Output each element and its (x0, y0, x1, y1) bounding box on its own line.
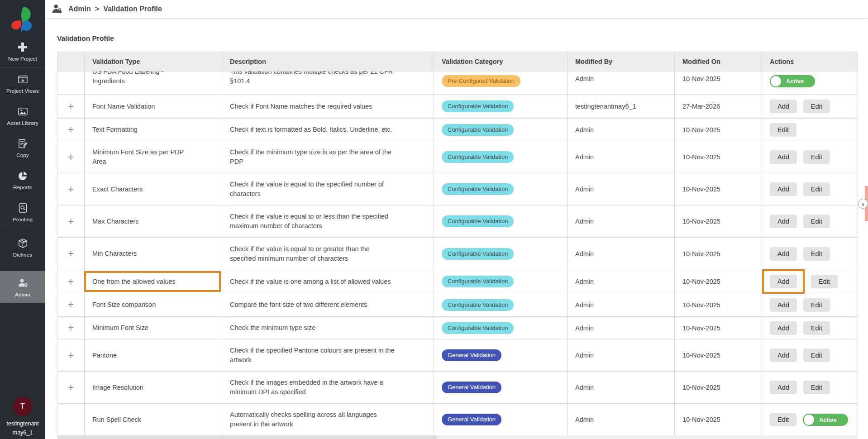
modified-by-cell: Admin (568, 119, 675, 141)
active-toggle[interactable]: Active (770, 75, 815, 87)
expand-plus-icon[interactable]: + (68, 183, 74, 195)
sidebar-item-asset-library[interactable]: Asset Library (0, 100, 45, 132)
description-cell: Check if the minimum type size is as per… (222, 141, 434, 173)
action-wrap: Add (770, 348, 797, 362)
action-wrap: Edit (803, 381, 830, 394)
row-expander-cell: + (57, 270, 85, 293)
expand-plus-icon[interactable]: + (68, 124, 74, 135)
action-wrap: Add (770, 321, 797, 335)
description-cell: Check if the specified Pantone colours a… (222, 339, 434, 372)
edit-button[interactable]: Edit (811, 275, 838, 288)
modified-by-cell: Admin (568, 238, 675, 270)
validation-category-cell: Configurable Validation (434, 173, 568, 205)
edit-button[interactable]: Edit (803, 215, 830, 228)
sidebar-item-admin[interactable]: Admin (0, 271, 45, 303)
horizontal-scrollbar-thumb[interactable] (57, 435, 437, 439)
active-toggle[interactable]: Active (803, 414, 848, 426)
sidebar-item-label: New Project (8, 56, 37, 62)
description-text: Check if the value is equal to the speci… (230, 180, 428, 199)
row-expander-cell: + (57, 205, 85, 238)
edit-button[interactable]: Edit (803, 182, 830, 196)
modified-on-cell: 10-Nov-2025 (675, 339, 762, 372)
row-expander-cell (57, 72, 85, 95)
sidebar-item-project-views[interactable]: Project Views (0, 67, 45, 100)
validation-type-text: Font Size comparison (92, 300, 216, 310)
sidebar-item-copy[interactable]: Copy (0, 132, 45, 164)
description-text: This validation combines multiple checks… (230, 72, 428, 86)
header-expander (57, 52, 85, 72)
description-cell: Check if Font Name matches the required … (222, 95, 434, 119)
actions-cell: AddEdit (762, 95, 858, 119)
modified-by-cell: Admin (568, 404, 675, 436)
add-button[interactable]: Add (770, 275, 797, 288)
add-button[interactable]: Add (770, 150, 797, 164)
add-button[interactable]: Add (770, 247, 797, 261)
validation-type-cell: Font Size comparison (85, 293, 222, 317)
validation-category-cell: Configurable Validation (434, 293, 568, 317)
edit-button[interactable]: Edit (803, 100, 830, 113)
expand-plus-icon[interactable]: + (68, 248, 74, 259)
modified-by-cell: Admin (568, 270, 675, 293)
add-button[interactable]: Add (770, 215, 797, 228)
add-button[interactable]: Add (770, 182, 797, 196)
user-avatar[interactable]: T (13, 397, 32, 416)
expand-plus-icon[interactable]: + (68, 382, 74, 393)
category-badge: Configurable Validation (442, 322, 514, 334)
expand-plus-icon[interactable]: + (68, 215, 74, 227)
validation-type-text: Image Resolution (92, 383, 216, 392)
category-badge: Configurable Validation (442, 183, 514, 195)
expand-plus-icon[interactable]: + (68, 276, 74, 287)
validation-type-cell: Minimum Font Size as per PDP Area (85, 141, 222, 173)
edit-button[interactable]: Edit (803, 298, 830, 312)
breadcrumb-section[interactable]: Admin (68, 5, 91, 13)
edit-button[interactable]: Edit (770, 123, 796, 137)
edit-button[interactable]: Edit (803, 150, 830, 164)
edit-button[interactable]: Edit (803, 321, 830, 335)
validation-category-cell: Configurable Validation (434, 205, 568, 238)
add-button[interactable]: Add (770, 321, 797, 335)
chevron-left-icon: ‹ (862, 200, 864, 208)
sidebar-item-proofing[interactable]: Proofing (0, 196, 45, 228)
category-badge: Configurable Validation (442, 276, 514, 287)
table-row: + Pantone Check if the specified Pantone… (57, 339, 858, 372)
add-button[interactable]: Add (770, 348, 797, 362)
category-badge: Configurable Validation (442, 124, 514, 136)
sidebar-item-dielines[interactable]: Dielines (0, 231, 45, 263)
validation-type-text: Pantone (92, 351, 216, 360)
description-text: Check if Font Name matches the required … (230, 102, 428, 111)
horizontal-scrollbar[interactable] (57, 435, 858, 439)
expand-plus-icon[interactable]: + (68, 322, 74, 334)
edit-button[interactable]: Edit (770, 413, 796, 426)
validation-category-cell: Configurable Validation (434, 270, 568, 293)
expand-plus-icon[interactable]: + (68, 299, 74, 310)
logo-red-petal (11, 20, 21, 29)
modified-by-cell: Admin (568, 372, 675, 404)
modified-on-cell: 10-Nov-2025 (675, 238, 762, 270)
sidebar-item-reports[interactable]: Reports (0, 164, 45, 196)
validation-category-cell: Pre-Configured Validation (434, 72, 568, 95)
app-logo[interactable] (0, 0, 45, 38)
edit-button[interactable]: Edit (803, 348, 830, 362)
validation-type-cell: Image Resolution (85, 372, 222, 404)
expand-plus-icon[interactable]: + (68, 151, 74, 163)
breadcrumb-page: Validation Profile (103, 5, 162, 13)
description-text: Check the minimum type size (230, 323, 428, 333)
add-button[interactable]: Add (770, 100, 797, 113)
add-button[interactable]: Add (770, 298, 797, 312)
expand-plus-icon[interactable]: + (68, 100, 74, 112)
modified-on-cell: 10-Nov-2025 (675, 404, 762, 436)
edit-button[interactable]: Edit (803, 247, 830, 261)
validation-type-text: Font Name Validation (92, 102, 216, 111)
validation-type-cell: Text Formatting (85, 119, 222, 141)
sidebar-item-new-project[interactable]: New Project (0, 38, 45, 64)
reports-icon (17, 170, 29, 181)
asset-library-icon (17, 105, 29, 117)
collapse-panel-button[interactable]: ‹ (858, 199, 868, 209)
edit-button[interactable]: Edit (803, 381, 830, 394)
toggle-label: Active (786, 78, 804, 85)
row-expander-cell: + (57, 238, 85, 270)
expand-plus-icon[interactable]: + (68, 349, 74, 361)
description-text: Check if the specified Pantone colours a… (230, 346, 428, 365)
description-cell: Check the minimum type size (222, 317, 434, 339)
add-button[interactable]: Add (770, 381, 797, 394)
